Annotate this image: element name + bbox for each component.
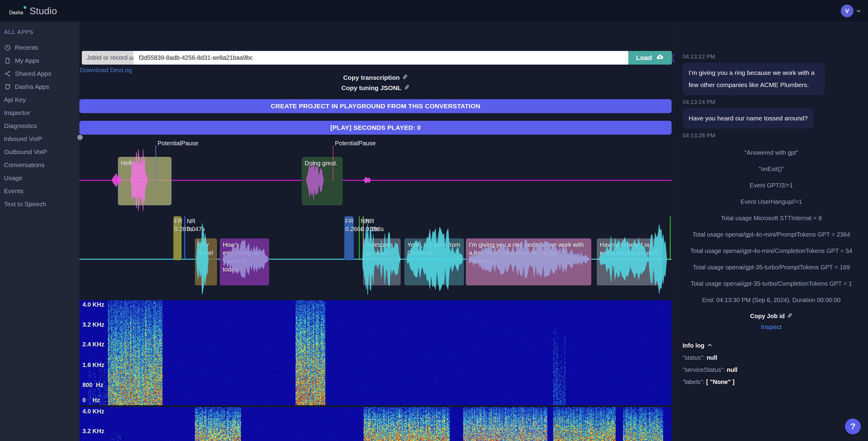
load-button[interactable]: Load [628, 51, 672, 65]
freq-label: 2.4 KHz [83, 341, 104, 348]
sidebar-item-my-apps[interactable]: My Apps [4, 54, 76, 67]
waveform-burst [130, 142, 147, 218]
conversation-panel: 04:13:22 PM I’m giving you a ring becaus… [674, 22, 868, 441]
sidebar-item-usage[interactable]: Usage [4, 171, 76, 184]
sidebar-header: ALL APPS [4, 29, 76, 35]
play-button[interactable]: [PLAY] SECONDS PLAYED: 0 [80, 121, 672, 135]
avatar[interactable]: V [841, 4, 854, 17]
dasha-studio-logo[interactable]: Dasha Studio [9, 5, 57, 17]
event-line: Event UserHangup//=1 [683, 198, 860, 205]
info-log-title: Info log [683, 342, 704, 349]
chevron-up-icon [707, 342, 712, 349]
info-entry-status: "status":null [683, 354, 860, 361]
freq-label: 4.0 KHz [83, 408, 104, 415]
event-line: Total usage openai/gpt-35-turbo/Completi… [683, 280, 860, 287]
file-icon [4, 57, 11, 64]
waveform-burst [363, 175, 370, 185]
sidebar-item-outbound-voip[interactable]: Outbound VoIP [4, 145, 76, 158]
sidebar-item-events[interactable]: Events [4, 184, 76, 198]
waveform-burst [112, 172, 121, 188]
sidebar-item-text-to-speech[interactable]: Text to Speech [4, 198, 76, 210]
sidebar: ALL APPS Recents My Apps Shared Apps Das… [0, 22, 80, 441]
event-line: Total usage openai/gpt-4o-mini/Completio… [683, 247, 860, 255]
sidebar-item-dasha-apps[interactable]: Dasha Apps [4, 80, 76, 93]
potential-pause-marker-line [155, 145, 156, 181]
help-button[interactable]: ? [845, 418, 861, 434]
copy-job-id-link[interactable]: Copy Job id [683, 313, 860, 320]
event-line: Total usage openai/gpt-4o-mini/PromptTok… [683, 231, 860, 238]
message-timestamp: 04:13:22 PM [683, 53, 860, 60]
sidebar-item-api-key[interactable]: Api Key [4, 93, 76, 106]
share-icon [4, 70, 11, 77]
info-entry-service-status: "serviceStatus":null [683, 366, 860, 373]
dasha-logo-icon [4, 83, 11, 90]
audio-timeline[interactable]: Hello. Doing great. PotentialPause Poten… [80, 136, 672, 300]
sidebar-item-label: Diagnostics [4, 122, 37, 129]
event-line: End: 04:13:30 PM (Sep 6, 2024). Duration… [683, 297, 860, 303]
event-line: Event GPT/2/=1 [683, 182, 860, 189]
message-timestamp: 04:13:24 PM [683, 99, 860, 106]
sidebar-item-label: Inspector [4, 109, 30, 116]
spectrogram-canvas [80, 407, 672, 441]
waveform-burst [649, 216, 667, 300]
sidebar-item-conversations[interactable]: Conversations [4, 158, 76, 171]
sidebar-item-label: Recents [15, 44, 38, 51]
chat-bubble: Have you heard our name tossed around? [683, 108, 814, 128]
message-timestamp: 04:13:28 PM [683, 132, 860, 139]
inspect-link[interactable]: Inspect [683, 323, 860, 331]
freq-label: 4.0 KHz [83, 301, 104, 308]
freq-label: 3.2 KHz [83, 321, 104, 328]
potential-pause-label: PotentialPause [158, 140, 198, 147]
sidebar-item-label: Text to Speech [4, 201, 46, 208]
clock-icon [4, 44, 11, 51]
sidebar-item-diagnostics[interactable]: Diagnostics [4, 119, 76, 132]
job-input-group: JobId or record url Load [82, 51, 672, 65]
waveform-burst [375, 230, 401, 288]
spectrogram-ai: 4.0 KHz 3.2 KHz 2.4 KHz 1.6 KHz 800 Hz 0… [80, 300, 672, 405]
event-line: "onExit()" [683, 166, 860, 173]
info-log-toggle[interactable]: Info log [683, 342, 860, 349]
sidebar-item-label: Events [4, 187, 23, 195]
waveform-burst [468, 239, 589, 279]
logo-dot-icon [24, 6, 26, 9]
event-line: "Answered with gpt" [683, 149, 860, 156]
create-project-button[interactable]: CREATE PROJECT IN PLAYGROUND FROM THIS C… [80, 99, 672, 113]
sidebar-item-label: Api Key [4, 96, 26, 104]
chevron-down-icon[interactable] [856, 8, 861, 13]
waveform-burst [599, 230, 649, 288]
link-icon [402, 74, 408, 81]
potential-pause-marker-line [333, 145, 333, 181]
copy-links: Copy transcription Copy tuning JSONL [80, 74, 672, 95]
logo-primary: Dasha [9, 10, 23, 16]
sidebar-item-label: Conversations [4, 161, 44, 169]
event-line: Total usage openai/gpt-35-turbo/PromptTo… [683, 264, 860, 271]
sidebar-item-inspector[interactable]: Inspector [4, 106, 76, 119]
copy-tuning-label: Copy tuning JSONL [341, 84, 401, 92]
chat-bubble: I’m giving you a ring because we work wi… [683, 62, 825, 95]
copy-transcription-link[interactable]: Copy transcription [80, 74, 672, 81]
job-id-input[interactable] [133, 51, 628, 65]
link-icon [787, 313, 793, 320]
freq-label: 0 Hz [83, 397, 100, 404]
load-button-label: Load [636, 54, 652, 62]
info-entry-labels: "labels":[ "None" ] [683, 379, 860, 385]
freq-label: 800 Hz [83, 382, 103, 388]
sidebar-item-label: Usage [4, 174, 23, 182]
waveform-burst [223, 239, 268, 279]
freq-label: 3.2 KHz [83, 428, 104, 435]
cloud-download-icon [656, 53, 664, 63]
event-log: "Answered with gpt" "onExit()" Event GPT… [683, 149, 860, 303]
sidebar-item-shared-apps[interactable]: Shared Apps [4, 67, 76, 80]
link-icon [404, 84, 410, 92]
potential-pause-label: PotentialPause [335, 140, 376, 147]
sidebar-item-label: Dasha Apps [15, 83, 49, 90]
download-devlog-link[interactable]: Download DevLog [80, 66, 132, 74]
copy-tuning-jsonl-link[interactable]: Copy tuning JSONL [80, 84, 672, 92]
topbar: Dasha Studio V [0, 0, 868, 22]
job-input-label: JobId or record url [82, 51, 133, 65]
sidebar-item-inbound-voip[interactable]: Inbound VoIP [4, 132, 76, 145]
sidebar-item-recents[interactable]: Recents [4, 41, 76, 54]
playhead-line [670, 216, 671, 260]
waveform-burst [407, 223, 463, 295]
dasha-studio-app: Dasha Studio V ALL APPS Recents My Apps [0, 0, 868, 441]
